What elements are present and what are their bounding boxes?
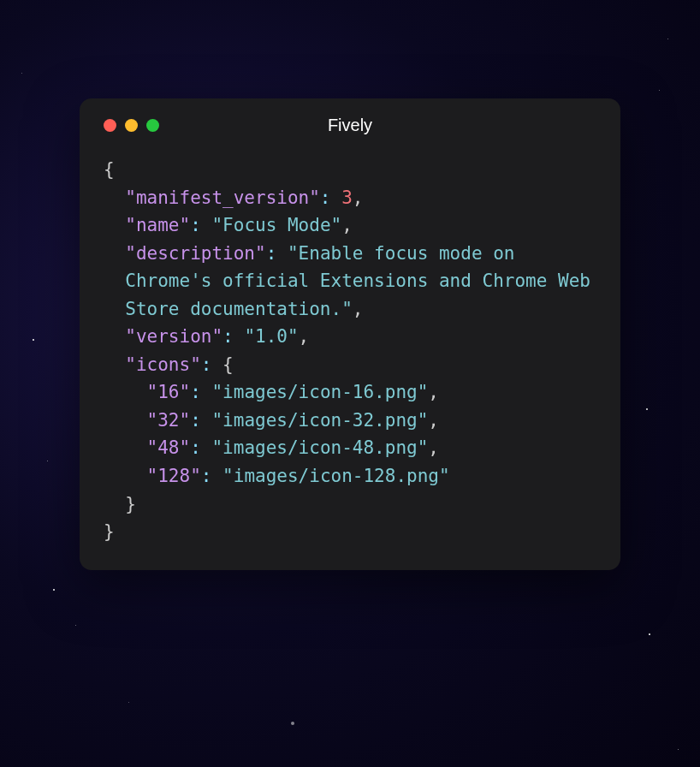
- json-value: "images/icon-128.png": [222, 466, 450, 486]
- json-value: "Focus Mode": [211, 215, 341, 235]
- window-title: Fively: [328, 116, 372, 135]
- json-key: "48": [147, 437, 191, 458]
- json-key: "16": [147, 382, 191, 402]
- minimize-icon[interactable]: [125, 119, 138, 132]
- json-key: "128": [147, 466, 201, 486]
- json-key: "manifest_version": [125, 187, 320, 208]
- code-content: {"manifest_version": 3,"name": "Focus Mo…: [104, 156, 596, 546]
- json-key: "description": [125, 243, 265, 264]
- json-value: 3: [341, 187, 353, 208]
- json-value: "1.0": [244, 326, 298, 347]
- close-icon[interactable]: [104, 119, 116, 132]
- json-value: "images/icon-16.png": [211, 382, 428, 402]
- json-value: "images/icon-32.png": [211, 410, 428, 431]
- title-bar: Fively: [104, 119, 596, 132]
- code-window: Fively {"manifest_version": 3,"name": "F…: [80, 98, 620, 570]
- json-key: "name": [125, 215, 190, 235]
- json-key: "icons": [125, 354, 201, 375]
- json-key: "version": [125, 326, 222, 347]
- maximize-icon[interactable]: [146, 119, 159, 132]
- traffic-lights: [104, 119, 159, 132]
- json-key: "32": [147, 410, 191, 431]
- json-value: "images/icon-48.png": [211, 437, 428, 458]
